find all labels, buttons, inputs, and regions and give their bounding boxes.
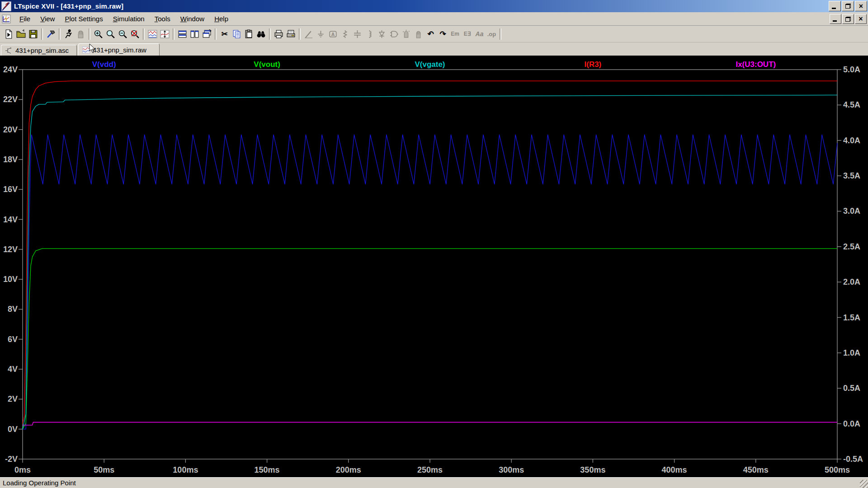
find-icon[interactable]: [255, 28, 267, 40]
tab-row: 431+pnp_sim.asc 431+pnp_sim.raw: [0, 42, 868, 56]
tab-label: 431+pnp_sim.raw: [93, 46, 146, 54]
menu-tools[interactable]: Tools: [150, 14, 175, 24]
title-bar: LTspice XVII - [431+pnp_sim.raw] ×: [0, 0, 868, 12]
left-axis-label: 4V: [8, 365, 18, 374]
right-axis-label: 4.0A: [843, 136, 860, 145]
text-tool-icon: Aa: [473, 28, 486, 40]
waveform-plot[interactable]: 24V22V20V18V16V14V12V10V8V6V4V2V0V-2V5.0…: [0, 56, 868, 477]
autorange-waveform-icon[interactable]: [146, 28, 159, 40]
restore-button[interactable]: [842, 1, 854, 11]
child-minimize-button[interactable]: [830, 14, 841, 24]
minimize-button[interactable]: [829, 1, 841, 11]
zoom-area-icon[interactable]: [104, 28, 117, 40]
left-axis-label: 14V: [3, 215, 18, 224]
x-axis-label: 150ms: [255, 465, 280, 474]
mouse-cursor: [89, 43, 97, 54]
status-bar: Loading Operating Point: [0, 477, 868, 488]
left-axis-label: 0V: [8, 425, 18, 434]
zoom-full-extents-icon[interactable]: [129, 28, 141, 40]
left-axis-label: 22V: [3, 95, 18, 104]
window-controls: ×: [829, 1, 867, 11]
undo-icon[interactable]: ↶: [425, 28, 437, 40]
menu-plot-settings[interactable]: Plot Settings: [60, 14, 108, 24]
plot-pane-icon[interactable]: [159, 28, 171, 40]
tab-label: 431+pnp_sim.asc: [15, 47, 69, 54]
x-axis-label: 100ms: [173, 465, 198, 474]
legend-V(vdd)[interactable]: V(vdd): [92, 60, 116, 69]
x-axis-label: 300ms: [499, 465, 524, 474]
capacitor-icon: [351, 28, 363, 40]
legend-I(R3)[interactable]: I(R3): [585, 60, 602, 69]
trace-Ix-U3-OUT-: [23, 422, 837, 425]
net-label-icon: A: [327, 28, 339, 40]
menu-help[interactable]: Help: [209, 14, 233, 24]
svg-text:A: A: [331, 31, 335, 37]
left-axis-label: 2V: [8, 394, 18, 404]
spice-directive-icon: .op: [486, 28, 498, 40]
left-axis-label: 6V: [8, 335, 18, 344]
mirror-icon: Em: [449, 28, 461, 40]
redo-icon[interactable]: ↷: [437, 28, 449, 40]
drag-icon: [412, 28, 425, 40]
open-folder-icon[interactable]: [15, 28, 27, 40]
menu-window[interactable]: Window: [175, 14, 209, 24]
left-axis-label: 10V: [3, 275, 18, 284]
right-axis-label: -0.5A: [843, 455, 863, 464]
left-axis-label: 24V: [3, 65, 18, 74]
toolbar: ✂ A ↶ ↷ Em E∃ Aa .op: [0, 26, 868, 42]
halt-icon: [75, 28, 87, 40]
right-axis-label: 1.0A: [843, 348, 860, 357]
tile-horizontal-icon[interactable]: [176, 28, 189, 40]
zoom-in-icon[interactable]: [92, 28, 104, 40]
resize-grip[interactable]: [860, 480, 868, 488]
rotate-icon: E∃: [461, 28, 473, 40]
left-axis-label: 20V: [3, 125, 18, 134]
wire-pencil-icon: [302, 28, 315, 40]
x-axis-label: 500ms: [825, 465, 850, 474]
paste-icon[interactable]: [243, 28, 255, 40]
cut-icon[interactable]: ✂: [218, 28, 231, 40]
plot-border: [23, 70, 837, 459]
trace-V-vgate-: [23, 95, 837, 429]
print-preview-icon[interactable]: [285, 28, 297, 40]
trace-V-vdd-: [23, 135, 837, 429]
right-axis-label: 0.0A: [843, 419, 860, 428]
child-window-controls: ×: [830, 14, 867, 24]
control-panel-hammer-icon[interactable]: [45, 28, 57, 40]
component-gate-icon: [388, 28, 400, 40]
x-axis-label: 250ms: [417, 465, 443, 474]
child-restore-button[interactable]: [842, 14, 854, 24]
menu-bar: FileViewPlot SettingsSimulationToolsWind…: [0, 12, 868, 26]
trace-V-vout-: [23, 249, 837, 429]
resistor-icon: [339, 28, 351, 40]
menu-view[interactable]: View: [35, 14, 60, 24]
tile-vertical-icon[interactable]: [189, 28, 201, 40]
move-icon: [400, 28, 412, 40]
legend-V(vout)[interactable]: V(vout): [254, 60, 280, 69]
print-icon[interactable]: [273, 28, 285, 40]
cascade-icon[interactable]: [201, 28, 213, 40]
x-axis-label: 450ms: [743, 465, 769, 474]
ground-icon: [315, 28, 327, 40]
tab-schematic[interactable]: 431+pnp_sim.asc: [1, 45, 77, 56]
left-axis-label: 12V: [3, 245, 18, 254]
run-icon[interactable]: [62, 28, 75, 40]
close-button[interactable]: ×: [855, 1, 867, 11]
legend-V(vgate)[interactable]: V(vgate): [415, 60, 445, 69]
zoom-out-icon[interactable]: [117, 28, 129, 40]
ltspice-window: LTspice XVII - [431+pnp_sim.raw] × FileV…: [0, 0, 868, 488]
right-axis-label: 5.0A: [843, 65, 860, 74]
x-axis-label: 200ms: [336, 465, 361, 474]
save-icon[interactable]: [27, 28, 39, 40]
copy-icon[interactable]: [231, 28, 243, 40]
child-close-button[interactable]: ×: [855, 14, 867, 24]
new-file-icon[interactable]: [3, 28, 15, 40]
right-axis-label: 2.5A: [843, 242, 860, 251]
plot-canvas[interactable]: 24V22V20V18V16V14V12V10V8V6V4V2V0V-2V5.0…: [0, 56, 868, 477]
menu-simulation[interactable]: Simulation: [108, 14, 150, 24]
legend-Ix(U3:OUT)[interactable]: Ix(U3:OUT): [736, 60, 776, 69]
right-axis-label: 2.0A: [843, 277, 860, 286]
menu-file[interactable]: File: [14, 14, 35, 24]
waveform-document-icon: [2, 14, 11, 23]
x-axis-label: 400ms: [662, 465, 687, 474]
